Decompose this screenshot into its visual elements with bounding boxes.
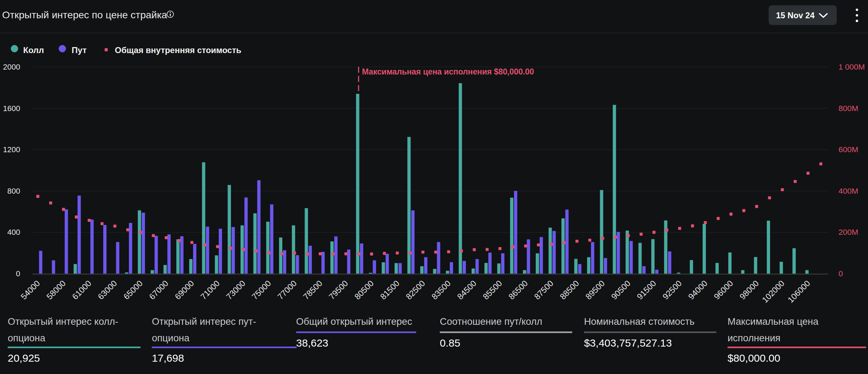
svg-text:20,925: 20,925 — [8, 352, 40, 364]
svg-text:0.85: 0.85 — [440, 337, 460, 349]
svg-text:15 Nov 24: 15 Nov 24 — [776, 11, 815, 20]
svg-text:400M: 400M — [839, 187, 858, 195]
svg-text:Максимальная цена исполнения $: Максимальная цена исполнения $80,000.00 — [362, 67, 534, 76]
svg-text:Максимальная цена: Максимальная цена — [728, 316, 818, 327]
svg-text:400: 400 — [7, 228, 20, 237]
svg-text:0: 0 — [839, 269, 843, 278]
svg-text:800M: 800M — [839, 104, 858, 113]
svg-text:1200: 1200 — [3, 145, 20, 154]
svg-text:Открытый интерес колл-: Открытый интерес колл- — [8, 316, 118, 327]
svg-text:Колл: Колл — [23, 45, 44, 55]
svg-text:1 000M: 1 000M — [839, 63, 865, 71]
svg-text:Пут: Пут — [72, 45, 87, 55]
svg-text:600M: 600M — [839, 145, 858, 154]
svg-text:0: 0 — [16, 269, 20, 278]
svg-text:1600: 1600 — [3, 104, 20, 113]
svg-text:Общий открытый интерес: Общий открытый интерес — [296, 316, 412, 327]
svg-text:Открытый интерес пут-: Открытый интерес пут- — [152, 316, 256, 327]
svg-text:Соотношение пут/колл: Соотношение пут/колл — [440, 316, 542, 327]
svg-text:38,623: 38,623 — [296, 337, 328, 349]
svg-text:$80,000.00: $80,000.00 — [728, 352, 780, 364]
svg-text:17,698: 17,698 — [152, 352, 184, 364]
svg-text:опциона: опциона — [152, 333, 190, 343]
svg-text:200M: 200M — [839, 228, 858, 237]
svg-text:Номинальная стоимость: Номинальная стоимость — [584, 316, 695, 327]
svg-text:2000: 2000 — [3, 63, 20, 71]
svg-text:Открытый интерес по цене страй: Открытый интерес по цене страйка — [2, 9, 167, 20]
svg-text:опциона: опциона — [8, 333, 46, 343]
svg-text:$3,403,757,527.13: $3,403,757,527.13 — [584, 337, 672, 349]
svg-text:800: 800 — [7, 187, 20, 195]
svg-text:Общая внутренняя стоимость: Общая внутренняя стоимость — [115, 45, 241, 55]
svg-text:исполнения: исполнения — [728, 333, 781, 343]
